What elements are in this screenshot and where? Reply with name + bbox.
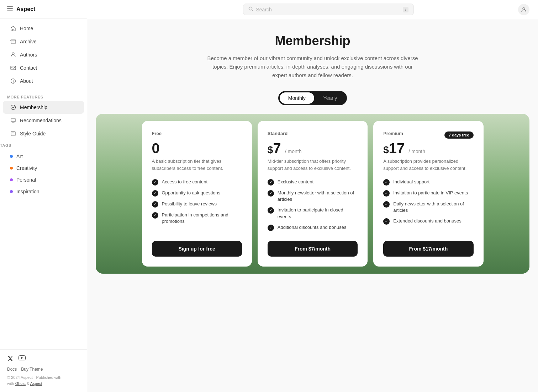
about-icon <box>10 78 16 84</box>
tags-label: Tags <box>0 140 87 150</box>
search-shortcut: / <box>403 7 408 12</box>
personal-dot <box>10 178 13 181</box>
sidebar: Aspect Home Archive <box>0 0 87 392</box>
feature-item: ✓ Opportunity to ask questions <box>152 190 242 197</box>
check-icon: ✓ <box>268 179 274 186</box>
feature-item: ✓ Extended discounts and bonuses <box>383 218 473 225</box>
tag-personal[interactable]: Personal <box>3 174 84 186</box>
feature-item: ✓ Invitation to participate in closed ev… <box>268 207 358 220</box>
check-icon: ✓ <box>152 201 158 208</box>
topbar: Search / <box>87 0 538 19</box>
main-content: Search / Membership Become a member of o… <box>87 0 538 392</box>
standard-plan-card: Standard $7 / month Mid-tier subscriptio… <box>258 121 368 267</box>
sidebar-item-recommendations[interactable]: Recommendations <box>3 114 84 127</box>
check-icon: ✓ <box>383 201 390 208</box>
check-icon: ✓ <box>152 212 158 219</box>
twitter-icon[interactable] <box>7 355 14 363</box>
sidebar-item-style-guide[interactable]: Style Guide <box>3 127 84 140</box>
art-dot <box>10 155 13 158</box>
billing-toggle: Monthly Yearly <box>278 91 347 105</box>
sidebar-footer: Docs Buy Theme © 2024 Aspect - Published… <box>0 349 87 392</box>
feature-item: ✓ Participation in competitions and prom… <box>152 212 242 225</box>
svg-rect-1 <box>7 8 13 9</box>
svg-rect-8 <box>11 131 15 136</box>
contact-icon <box>10 65 16 71</box>
standard-price: $7 / month <box>268 140 358 156</box>
buy-theme-link[interactable]: Buy Theme <box>21 367 43 372</box>
premium-badge: 7 days free <box>444 131 473 139</box>
free-plan-card: Free 0 A basic subscription tier that gi… <box>142 121 252 267</box>
sidebar-item-home[interactable]: Home <box>3 22 84 35</box>
check-icon: ✓ <box>268 190 274 197</box>
free-description: A basic subscription tier that gives sub… <box>152 158 242 172</box>
svg-point-10 <box>249 7 252 10</box>
svg-point-11 <box>523 7 525 10</box>
ghost-link[interactable]: Ghost <box>15 381 26 386</box>
check-icon: ✓ <box>268 225 274 231</box>
free-features: ✓ Access to free content ✓ Opportunity t… <box>152 179 242 231</box>
membership-icon <box>10 104 16 111</box>
feature-item: ✓ Possibility to leave reviews <box>152 201 242 208</box>
yearly-toggle-btn[interactable]: Yearly <box>315 92 346 104</box>
tags-nav: Art Creativity Personal Inspiration <box>0 150 87 198</box>
feature-item: ✓ Invitation to participate in VIP event… <box>383 190 473 197</box>
page-title: Membership <box>96 33 529 48</box>
standard-features: ✓ Exclusive content ✓ Monthly newsletter… <box>268 179 358 231</box>
sidebar-item-about[interactable]: About <box>3 75 84 87</box>
svg-rect-0 <box>7 6 13 7</box>
premium-card-header: Premium 7 days free <box>383 131 473 139</box>
user-avatar[interactable] <box>518 4 529 15</box>
pricing-toggle-container: Monthly Yearly <box>96 91 529 105</box>
search-box[interactable]: Search / <box>243 4 414 15</box>
docs-link[interactable]: Docs <box>7 367 17 372</box>
tag-creativity[interactable]: Creativity <box>3 162 84 174</box>
youtube-icon[interactable] <box>19 355 26 363</box>
recommendations-icon <box>10 117 16 124</box>
sidebar-item-authors[interactable]: Authors <box>3 48 84 61</box>
free-cta-button[interactable]: Sign up for free <box>152 241 242 257</box>
authors-icon <box>10 52 16 58</box>
premium-tier-label: Premium <box>383 131 403 136</box>
footer-links: Docs Buy Theme <box>7 367 80 372</box>
free-tier-label: Free <box>152 131 162 136</box>
sidebar-header: Aspect <box>0 0 87 19</box>
creativity-dot <box>10 167 13 170</box>
sidebar-nav: Home Archive Authors <box>0 19 87 91</box>
archive-icon <box>10 38 16 45</box>
search-icon <box>248 6 253 12</box>
footer-copyright: © 2024 Aspect - Published with with Ghos… <box>7 375 80 386</box>
tag-inspiration[interactable]: Inspiration <box>3 186 84 197</box>
more-features-label: More Features <box>0 91 87 101</box>
premium-cta-button[interactable]: From $17/month <box>383 241 473 257</box>
search-placeholder: Search <box>256 7 400 12</box>
premium-price: $17 / month <box>383 140 473 156</box>
feature-item: ✓ Individual support <box>383 179 473 186</box>
feature-item: ✓ Monthly newsletter with a selection of… <box>268 190 358 203</box>
free-card-header: Free <box>152 131 242 139</box>
sidebar-logo[interactable]: Aspect <box>16 6 35 12</box>
check-icon: ✓ <box>152 179 158 186</box>
inspiration-dot <box>10 190 13 193</box>
sidebar-item-membership[interactable]: Membership <box>3 101 84 114</box>
standard-card-header: Standard <box>268 131 358 139</box>
more-features-nav: Membership Recommendations Style Guide <box>0 101 87 140</box>
home-icon <box>10 25 16 32</box>
style-guide-icon <box>10 130 16 137</box>
sidebar-item-contact[interactable]: Contact <box>3 61 84 74</box>
standard-description: Mid-tier subscription that offers priori… <box>268 158 358 172</box>
monthly-toggle-btn[interactable]: Monthly <box>280 92 314 104</box>
pricing-cards: Free 0 A basic subscription tier that gi… <box>142 121 484 267</box>
svg-rect-5 <box>11 66 16 70</box>
menu-icon[interactable] <box>7 6 13 13</box>
premium-description: A subscription provides personalized sup… <box>383 158 473 172</box>
tag-art[interactable]: Art <box>3 151 84 162</box>
svg-point-7 <box>11 105 16 110</box>
check-icon: ✓ <box>383 179 390 186</box>
check-icon: ✓ <box>383 218 390 225</box>
page-description: Become a member of our vibrant community… <box>206 54 420 80</box>
standard-tier-label: Standard <box>268 131 288 136</box>
standard-cta-button[interactable]: From $7/month <box>268 241 358 257</box>
check-icon: ✓ <box>152 190 158 197</box>
aspect-link[interactable]: Aspect <box>30 381 42 386</box>
sidebar-item-archive[interactable]: Archive <box>3 35 84 48</box>
